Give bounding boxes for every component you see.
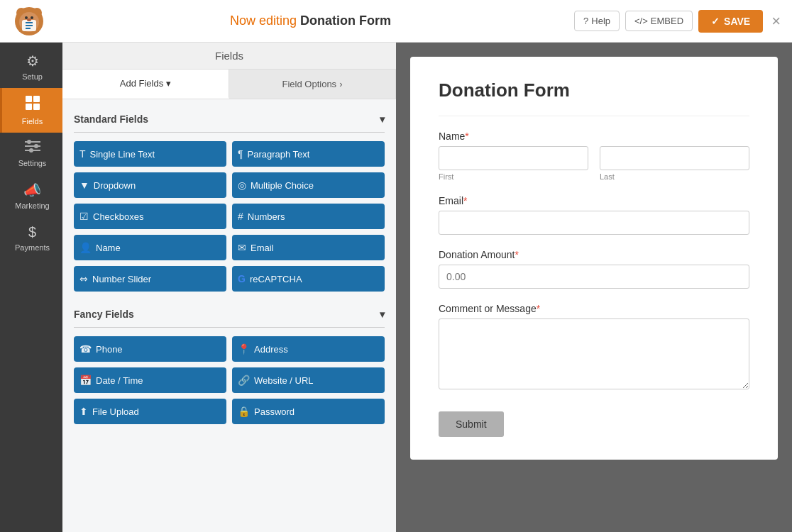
date-time-button[interactable]: 📅 Date / Time [74,367,226,393]
help-button[interactable]: ? Help [574,11,620,31]
paragraph-icon: ¶ [238,148,243,160]
form-field-email: Email* [439,195,749,235]
last-name-sub-label: Last [600,172,749,181]
chevron-right-icon: › [339,79,342,89]
tab-field-options[interactable]: Field Options › [229,70,396,99]
number-slider-button[interactable]: ⇔ Number Slider [74,266,226,292]
comment-textarea[interactable] [439,318,749,389]
code-icon: </> [634,16,648,26]
phone-button[interactable]: ☎ Phone [74,336,226,362]
form-card: Donation Form Name* First Last [410,57,778,460]
pin-icon: 📍 [238,343,250,355]
header-actions: ? Help </> EMBED ✓ SAVE × [574,10,781,33]
hash-icon: # [238,211,243,222]
sidebar-item-settings[interactable]: Settings [0,133,62,174]
email-label: Email* [439,195,749,206]
numbers-button[interactable]: # Numbers [232,204,385,229]
multiple-choice-button[interactable]: ◎ Multiple Choice [232,172,385,198]
file-upload-button[interactable]: ⬆ File Upload [74,399,226,424]
form-field-donation-amount: Donation Amount* [439,249,749,289]
person-icon: 👤 [79,242,92,253]
logo-icon [13,6,45,37]
dollar-icon: $ [28,224,36,240]
first-name-col: First [439,146,588,181]
form-card-divider [439,116,749,116]
paragraph-text-button[interactable]: ¶ Paragraph Text [232,141,385,167]
slider-icon: ⇔ [79,273,88,284]
checkboxes-button[interactable]: ☑ Checkboxes [74,204,226,229]
svg-rect-14 [33,104,40,110]
form-preview-area: Donation Form Name* First Last [396,43,792,532]
now-editing-label: Now editing [230,13,297,28]
sidebar-item-setup[interactable]: ⚙ Setup [0,45,62,88]
name-button[interactable]: 👤 Name [74,235,226,260]
fancy-fields-grid: ☎ Phone 📍 Address 📅 Date / Time 🔗 Websit… [74,336,385,424]
form-field-comment: Comment or Message* [439,303,749,392]
sidebar-item-payments[interactable]: $ Payments [0,217,62,259]
standard-fields-section-header[interactable]: Standard Fields ▾ [74,108,385,128]
envelope-icon: ✉ [238,242,246,253]
dropdown-button[interactable]: ▼ Dropdown [74,172,226,198]
email-button[interactable]: ✉ Email [232,235,385,260]
radio-icon: ◎ [238,179,246,191]
first-name-input[interactable] [439,146,588,170]
sidebar-label-settings: Settings [18,159,47,167]
svg-point-20 [29,148,33,153]
website-url-button[interactable]: 🔗 Website / URL [232,367,385,393]
tab-add-fields[interactable]: Add Fields ▾ [62,70,229,99]
svg-rect-13 [26,104,32,110]
phone-icon: ☎ [79,343,92,355]
email-required-marker: * [463,195,467,206]
password-button[interactable]: 🔒 Password [232,399,385,424]
sidebar-label-payments: Payments [15,243,50,252]
fields-panel: Fields Add Fields ▾ Field Options › Stan… [62,43,396,532]
submit-button[interactable]: Submit [439,411,504,437]
text-t-icon: T [79,148,86,160]
standard-fields-divider [74,132,385,133]
email-input[interactable] [439,211,749,235]
name-row: First Last [439,146,749,181]
main-layout: ⚙ Setup Fields [0,43,792,532]
single-line-text-button[interactable]: T Single Line Text [74,141,226,167]
sliders-icon [25,140,40,156]
fields-panel-header: Fields [62,43,396,70]
donation-amount-input[interactable] [439,265,749,289]
svg-rect-12 [33,96,40,102]
save-button[interactable]: ✓ SAVE [698,10,763,33]
close-button[interactable]: × [771,12,781,31]
link-icon: 🔗 [238,375,250,386]
top-header: Now editing Donation Form ? Help </> EMB… [0,0,792,43]
svg-point-8 [25,16,28,19]
sidebar-item-marketing[interactable]: 📣 Marketing [0,174,62,217]
calendar-icon: 📅 [79,375,92,386]
form-title: Donation Form [439,79,749,101]
comment-required-marker: * [537,303,540,314]
fancy-fields-chevron-icon: ▾ [380,309,385,320]
last-name-input[interactable] [600,146,749,170]
check-icon: ✓ [711,16,720,27]
fancy-fields-section-header[interactable]: Fancy Fields ▾ [74,303,385,323]
svg-point-9 [31,16,33,19]
embed-button[interactable]: </> EMBED [625,11,693,31]
sidebar-label-setup: Setup [22,72,43,81]
lock-icon: 🔒 [238,406,250,417]
svg-rect-11 [26,96,32,102]
last-name-col: Last [600,146,749,181]
form-name: Donation Form [300,13,391,28]
address-button[interactable]: 📍 Address [232,336,385,362]
first-name-sub-label: First [439,172,588,181]
google-g-icon: G [238,273,246,284]
tabs-bar: Add Fields ▾ Field Options › [62,70,396,99]
form-field-name: Name* First Last [439,131,749,181]
donation-required-marker: * [515,249,518,260]
standard-fields-grid: T Single Line Text ¶ Paragraph Text ▼ Dr… [74,141,385,292]
svg-point-19 [34,144,38,148]
logo [11,4,47,39]
megaphone-icon: 📣 [23,182,41,199]
recaptcha-button[interactable]: G reCAPTCHA [232,266,385,292]
comment-label: Comment or Message* [439,303,749,314]
donation-amount-label: Donation Amount* [439,249,749,260]
sidebar-item-fields[interactable]: Fields [0,88,62,133]
name-label: Name* [439,131,749,142]
sidebar: ⚙ Setup Fields [0,43,62,532]
